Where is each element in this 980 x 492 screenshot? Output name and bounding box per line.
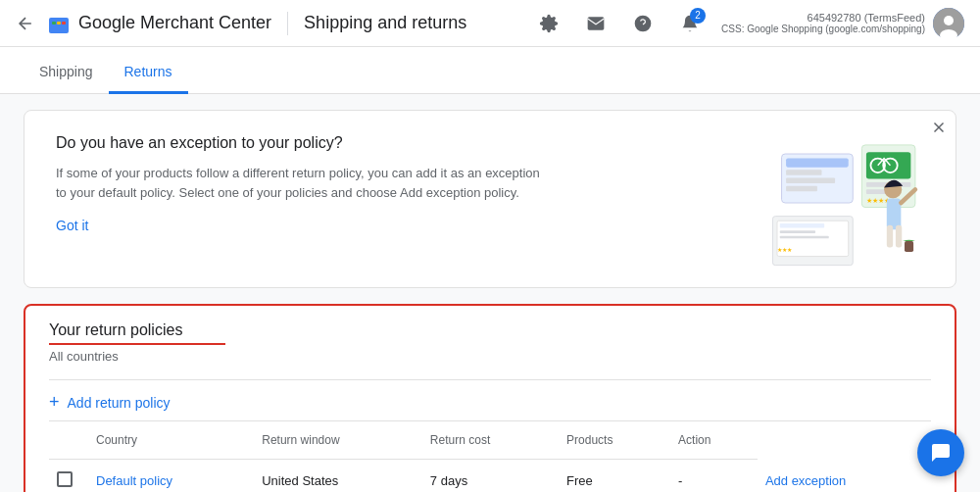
app-name: Google Merchant Center	[78, 13, 271, 33]
header: Google Merchant Center Shipping and retu…	[0, 0, 980, 47]
exception-card: Do you have an exception to your policy?…	[24, 110, 956, 288]
svg-rect-1	[52, 22, 56, 25]
svg-rect-13	[786, 170, 821, 174]
table-row: Default policy United States 7 days Free…	[49, 460, 931, 493]
row-return-cost: Free	[559, 460, 670, 493]
settings-button[interactable]	[529, 4, 568, 43]
svg-rect-34	[905, 241, 913, 252]
header-divider	[287, 12, 288, 35]
svg-point-7	[944, 16, 954, 25]
add-exception-link[interactable]: Add exception	[765, 473, 846, 488]
col-country: Country	[88, 421, 254, 460]
policies-title: Your return policies	[49, 321, 931, 339]
policy-name-link[interactable]: Default policy	[96, 473, 172, 488]
svg-rect-27	[780, 236, 829, 239]
got-it-button[interactable]: Got it	[56, 218, 88, 233]
row-products: -	[670, 460, 758, 493]
row-return-window: 7 days	[422, 460, 559, 493]
row-name: Default policy	[88, 460, 254, 493]
svg-rect-2	[57, 22, 61, 25]
mail-button[interactable]	[576, 4, 615, 43]
tabs: Shipping Returns	[0, 47, 980, 94]
tab-shipping[interactable]: Shipping	[24, 52, 109, 94]
app-logo: Google Merchant Center	[47, 12, 271, 35]
col-products: Products	[559, 421, 670, 460]
svg-rect-15	[786, 186, 817, 191]
exception-body: If some of your products follow a differ…	[56, 164, 546, 202]
add-policy-label: Add return policy	[68, 395, 171, 411]
page-title: Shipping and returns	[304, 13, 466, 33]
svg-rect-3	[62, 22, 66, 25]
exception-content: Do you have an exception to your policy?…	[56, 134, 546, 233]
notifications-button[interactable]: 2	[670, 4, 710, 43]
row-checkbox[interactable]	[57, 471, 73, 487]
policies-table: Country Return window Return cost Produc…	[49, 421, 931, 492]
col-checkbox	[49, 421, 88, 460]
add-return-policy-button[interactable]: + Add return policy	[49, 379, 931, 421]
account-id: 645492780 (TermsFeed)	[808, 12, 925, 24]
svg-text:★★★★: ★★★★	[866, 196, 890, 205]
svg-rect-0	[49, 18, 69, 33]
help-button[interactable]	[623, 4, 662, 43]
row-checkbox-cell	[49, 460, 88, 493]
svg-rect-31	[887, 225, 893, 248]
row-country: United States	[254, 460, 422, 493]
header-icons: 2 645492780 (TermsFeed) CSS: Google Shop…	[529, 4, 964, 43]
svg-rect-17	[866, 152, 910, 178]
exception-close-button[interactable]	[930, 119, 948, 140]
col-action: Action	[670, 421, 758, 460]
tab-returns[interactable]: Returns	[109, 52, 188, 94]
chat-button[interactable]	[917, 429, 964, 476]
exception-illustration: ★★★★ ★★★	[728, 134, 924, 271]
col-return-cost: Return cost	[422, 421, 559, 460]
back-button[interactable]	[16, 14, 35, 33]
col-return-window: Return window	[254, 421, 422, 460]
svg-rect-32	[896, 225, 902, 248]
svg-rect-26	[780, 230, 815, 233]
row-action: Add exception	[758, 460, 931, 493]
table-header-row: Country Return window Return cost Produc…	[49, 421, 931, 460]
policies-subtitle: All countries	[49, 349, 931, 364]
account-sub: CSS: Google Shopping (google.com/shoppin…	[721, 24, 925, 34]
exception-heading: Do you have an exception to your policy?	[56, 134, 546, 152]
main-content: Do you have an exception to your policy?…	[0, 94, 980, 492]
svg-point-4	[635, 15, 652, 31]
svg-rect-14	[786, 178, 835, 183]
avatar[interactable]	[933, 8, 964, 39]
svg-text:★★★: ★★★	[777, 246, 792, 253]
notification-count: 2	[690, 8, 706, 24]
plus-icon: +	[49, 392, 60, 413]
svg-rect-12	[786, 159, 849, 168]
svg-rect-25	[780, 223, 824, 228]
return-policies-card: Your return policies All countries + Add…	[24, 304, 956, 492]
policies-title-underline	[49, 343, 225, 345]
